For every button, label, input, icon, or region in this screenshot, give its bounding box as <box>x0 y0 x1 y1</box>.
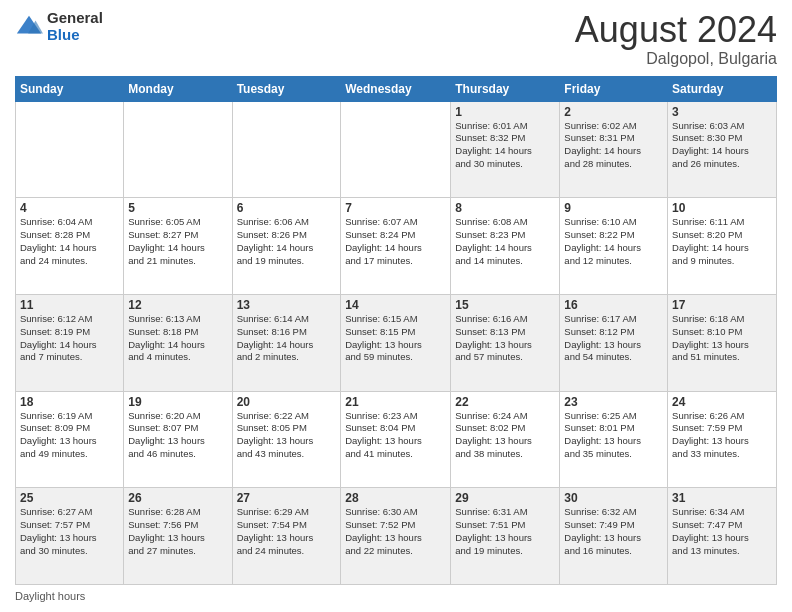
calendar-week-row: 18Sunrise: 6:19 AM Sunset: 8:09 PM Dayli… <box>16 391 777 488</box>
day-info: Sunrise: 6:16 AM Sunset: 8:13 PM Dayligh… <box>455 313 555 364</box>
day-info: Sunrise: 6:14 AM Sunset: 8:16 PM Dayligh… <box>237 313 337 364</box>
logo-general-text: General <box>47 10 103 27</box>
day-info: Sunrise: 6:20 AM Sunset: 8:07 PM Dayligh… <box>128 410 227 461</box>
day-number: 14 <box>345 298 446 312</box>
col-friday: Friday <box>560 76 668 101</box>
day-info: Sunrise: 6:11 AM Sunset: 8:20 PM Dayligh… <box>672 216 772 267</box>
calendar-cell: 2Sunrise: 6:02 AM Sunset: 8:31 PM Daylig… <box>560 101 668 198</box>
day-info: Sunrise: 6:01 AM Sunset: 8:32 PM Dayligh… <box>455 120 555 171</box>
day-number: 6 <box>237 201 337 215</box>
calendar-cell: 15Sunrise: 6:16 AM Sunset: 8:13 PM Dayli… <box>451 294 560 391</box>
day-info: Sunrise: 6:13 AM Sunset: 8:18 PM Dayligh… <box>128 313 227 364</box>
calendar-cell <box>341 101 451 198</box>
title-block: August 2024 Dalgopol, Bulgaria <box>575 10 777 68</box>
calendar-cell: 19Sunrise: 6:20 AM Sunset: 8:07 PM Dayli… <box>124 391 232 488</box>
day-info: Sunrise: 6:32 AM Sunset: 7:49 PM Dayligh… <box>564 506 663 557</box>
calendar-cell: 29Sunrise: 6:31 AM Sunset: 7:51 PM Dayli… <box>451 488 560 585</box>
calendar-cell: 31Sunrise: 6:34 AM Sunset: 7:47 PM Dayli… <box>668 488 777 585</box>
day-info: Sunrise: 6:22 AM Sunset: 8:05 PM Dayligh… <box>237 410 337 461</box>
logo-blue-text: Blue <box>47 27 103 44</box>
day-number: 4 <box>20 201 119 215</box>
day-number: 26 <box>128 491 227 505</box>
day-number: 7 <box>345 201 446 215</box>
day-number: 21 <box>345 395 446 409</box>
calendar-table: Sunday Monday Tuesday Wednesday Thursday… <box>15 76 777 585</box>
calendar-cell <box>124 101 232 198</box>
calendar-location: Dalgopol, Bulgaria <box>575 50 777 68</box>
day-number: 3 <box>672 105 772 119</box>
calendar-cell: 10Sunrise: 6:11 AM Sunset: 8:20 PM Dayli… <box>668 198 777 295</box>
day-number: 30 <box>564 491 663 505</box>
day-info: Sunrise: 6:06 AM Sunset: 8:26 PM Dayligh… <box>237 216 337 267</box>
calendar-cell: 6Sunrise: 6:06 AM Sunset: 8:26 PM Daylig… <box>232 198 341 295</box>
calendar-cell: 11Sunrise: 6:12 AM Sunset: 8:19 PM Dayli… <box>16 294 124 391</box>
day-info: Sunrise: 6:05 AM Sunset: 8:27 PM Dayligh… <box>128 216 227 267</box>
footer: Daylight hours <box>15 590 777 602</box>
day-number: 28 <box>345 491 446 505</box>
calendar-cell: 17Sunrise: 6:18 AM Sunset: 8:10 PM Dayli… <box>668 294 777 391</box>
col-tuesday: Tuesday <box>232 76 341 101</box>
day-info: Sunrise: 6:19 AM Sunset: 8:09 PM Dayligh… <box>20 410 119 461</box>
day-number: 5 <box>128 201 227 215</box>
day-info: Sunrise: 6:28 AM Sunset: 7:56 PM Dayligh… <box>128 506 227 557</box>
day-info: Sunrise: 6:04 AM Sunset: 8:28 PM Dayligh… <box>20 216 119 267</box>
day-info: Sunrise: 6:29 AM Sunset: 7:54 PM Dayligh… <box>237 506 337 557</box>
calendar-cell: 27Sunrise: 6:29 AM Sunset: 7:54 PM Dayli… <box>232 488 341 585</box>
footer-text: Daylight hours <box>15 590 85 602</box>
day-info: Sunrise: 6:03 AM Sunset: 8:30 PM Dayligh… <box>672 120 772 171</box>
day-info: Sunrise: 6:07 AM Sunset: 8:24 PM Dayligh… <box>345 216 446 267</box>
calendar-cell: 12Sunrise: 6:13 AM Sunset: 8:18 PM Dayli… <box>124 294 232 391</box>
day-info: Sunrise: 6:18 AM Sunset: 8:10 PM Dayligh… <box>672 313 772 364</box>
calendar-cell: 28Sunrise: 6:30 AM Sunset: 7:52 PM Dayli… <box>341 488 451 585</box>
calendar-cell: 8Sunrise: 6:08 AM Sunset: 8:23 PM Daylig… <box>451 198 560 295</box>
calendar-week-row: 4Sunrise: 6:04 AM Sunset: 8:28 PM Daylig… <box>16 198 777 295</box>
calendar-week-row: 25Sunrise: 6:27 AM Sunset: 7:57 PM Dayli… <box>16 488 777 585</box>
col-sunday: Sunday <box>16 76 124 101</box>
calendar-cell: 21Sunrise: 6:23 AM Sunset: 8:04 PM Dayli… <box>341 391 451 488</box>
day-info: Sunrise: 6:17 AM Sunset: 8:12 PM Dayligh… <box>564 313 663 364</box>
calendar-cell: 3Sunrise: 6:03 AM Sunset: 8:30 PM Daylig… <box>668 101 777 198</box>
day-number: 8 <box>455 201 555 215</box>
day-number: 27 <box>237 491 337 505</box>
logo: General Blue <box>15 10 103 43</box>
day-number: 20 <box>237 395 337 409</box>
header: General Blue August 2024 Dalgopol, Bulga… <box>15 10 777 68</box>
day-number: 25 <box>20 491 119 505</box>
calendar-cell: 22Sunrise: 6:24 AM Sunset: 8:02 PM Dayli… <box>451 391 560 488</box>
calendar-cell: 1Sunrise: 6:01 AM Sunset: 8:32 PM Daylig… <box>451 101 560 198</box>
day-number: 11 <box>20 298 119 312</box>
day-info: Sunrise: 6:08 AM Sunset: 8:23 PM Dayligh… <box>455 216 555 267</box>
calendar-cell: 23Sunrise: 6:25 AM Sunset: 8:01 PM Dayli… <box>560 391 668 488</box>
day-info: Sunrise: 6:15 AM Sunset: 8:15 PM Dayligh… <box>345 313 446 364</box>
logo-icon <box>15 13 43 41</box>
calendar-cell: 24Sunrise: 6:26 AM Sunset: 7:59 PM Dayli… <box>668 391 777 488</box>
calendar-cell: 30Sunrise: 6:32 AM Sunset: 7:49 PM Dayli… <box>560 488 668 585</box>
day-number: 10 <box>672 201 772 215</box>
calendar-cell: 9Sunrise: 6:10 AM Sunset: 8:22 PM Daylig… <box>560 198 668 295</box>
logo-text: General Blue <box>47 10 103 43</box>
calendar-cell: 20Sunrise: 6:22 AM Sunset: 8:05 PM Dayli… <box>232 391 341 488</box>
calendar-cell: 5Sunrise: 6:05 AM Sunset: 8:27 PM Daylig… <box>124 198 232 295</box>
col-thursday: Thursday <box>451 76 560 101</box>
day-info: Sunrise: 6:10 AM Sunset: 8:22 PM Dayligh… <box>564 216 663 267</box>
day-number: 19 <box>128 395 227 409</box>
day-info: Sunrise: 6:25 AM Sunset: 8:01 PM Dayligh… <box>564 410 663 461</box>
day-number: 31 <box>672 491 772 505</box>
day-info: Sunrise: 6:34 AM Sunset: 7:47 PM Dayligh… <box>672 506 772 557</box>
day-number: 13 <box>237 298 337 312</box>
calendar-cell: 13Sunrise: 6:14 AM Sunset: 8:16 PM Dayli… <box>232 294 341 391</box>
day-number: 22 <box>455 395 555 409</box>
day-number: 12 <box>128 298 227 312</box>
day-info: Sunrise: 6:26 AM Sunset: 7:59 PM Dayligh… <box>672 410 772 461</box>
day-number: 9 <box>564 201 663 215</box>
day-info: Sunrise: 6:23 AM Sunset: 8:04 PM Dayligh… <box>345 410 446 461</box>
day-number: 2 <box>564 105 663 119</box>
day-number: 23 <box>564 395 663 409</box>
calendar-cell: 7Sunrise: 6:07 AM Sunset: 8:24 PM Daylig… <box>341 198 451 295</box>
calendar-week-row: 1Sunrise: 6:01 AM Sunset: 8:32 PM Daylig… <box>16 101 777 198</box>
col-wednesday: Wednesday <box>341 76 451 101</box>
calendar-cell: 16Sunrise: 6:17 AM Sunset: 8:12 PM Dayli… <box>560 294 668 391</box>
col-monday: Monday <box>124 76 232 101</box>
day-number: 17 <box>672 298 772 312</box>
day-number: 1 <box>455 105 555 119</box>
